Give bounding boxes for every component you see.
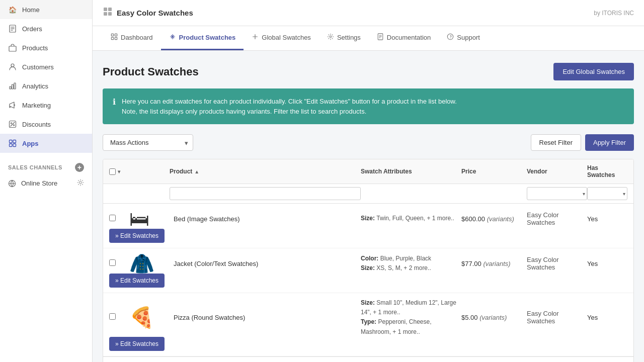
chevron-down-icon[interactable]: ▾ [118, 169, 120, 174]
edit-swatches-button[interactable]: » Edit Swatches [109, 274, 165, 288]
product-filter-input[interactable] [170, 187, 361, 200]
vendor-cell: Easy Color Swatches [527, 310, 587, 325]
tab-dashboard[interactable]: Dashboard [103, 26, 161, 50]
row-checkbox[interactable] [109, 215, 116, 221]
svg-point-32 [450, 38, 451, 39]
info-banner-text-2: Note, the list displays only products ha… [122, 107, 457, 117]
select-all-checkbox[interactable] [109, 168, 116, 175]
tab-support[interactable]: Support [439, 26, 488, 50]
sales-channels-header: Sales Channels + [0, 157, 92, 175]
sales-channels-label: Sales Channels [8, 164, 62, 170]
product-swatches-icon [169, 33, 176, 42]
sidebar-item-products[interactable]: Products [0, 38, 92, 57]
svg-rect-18 [104, 8, 107, 11]
settings-gear-icon[interactable] [77, 179, 84, 188]
vendor-col-header: Vendor [527, 168, 587, 175]
swatch-attributes: Size: Twin, Full, Queen, + 1 more.. [361, 214, 461, 223]
sidebar-item-label: Products [22, 44, 48, 52]
info-banner-text-1: Here you can edit swatches for each prod… [122, 97, 457, 107]
select-all-cell: ▾ [109, 168, 129, 175]
mass-actions-select[interactable]: Mass Actions [103, 134, 193, 151]
tab-global-swatches[interactable]: Global Swatches [244, 26, 319, 50]
sidebar-item-marketing[interactable]: Marketing [0, 96, 92, 115]
edit-swatches-button[interactable]: » Edit Swatches [109, 337, 165, 351]
price-cell: $5.00 (variants) [461, 314, 527, 321]
has-swatches-cell: Yes [587, 215, 627, 223]
documentation-icon [377, 33, 384, 42]
vendor-cell: Easy Color Swatches [527, 211, 587, 226]
online-store-item[interactable]: Online Store [0, 175, 92, 192]
product-name: Bed (Image Swatches) [170, 215, 361, 223]
sidebar-item-analytics[interactable]: Analytics [0, 76, 92, 96]
marketing-icon [8, 101, 17, 110]
dashboard-icon [111, 33, 118, 42]
svg-rect-14 [10, 144, 13, 147]
svg-rect-4 [9, 46, 16, 51]
mass-actions-dropdown[interactable]: Mass Actions ▾ [103, 134, 193, 151]
filter-bar: Mass Actions ▾ Reset Filter Apply Filter [103, 134, 634, 151]
info-icon: ℹ [113, 97, 116, 107]
tab-product-swatches[interactable]: Product Swatches [161, 26, 244, 50]
edit-swatches-button[interactable]: » Edit Swatches [109, 229, 165, 243]
table-filter-row: ▾ ▾ [103, 184, 633, 204]
svg-rect-22 [111, 34, 113, 36]
svg-point-5 [11, 64, 14, 67]
svg-point-10 [13, 125, 14, 126]
svg-point-17 [79, 182, 82, 184]
apply-filter-button[interactable]: Apply Filter [585, 134, 634, 151]
sidebar-item-discounts[interactable]: Discounts [0, 115, 92, 134]
row-checkbox[interactable] [109, 313, 116, 320]
row-checkbox[interactable] [109, 259, 116, 266]
sidebar-nav: 🏠 Home Orders Products Customers Anal [0, 0, 92, 153]
app-title: Easy Color Swatches [117, 9, 193, 17]
edit-global-swatches-button[interactable]: Edit Global Swatches [553, 63, 634, 80]
svg-point-26 [330, 36, 332, 38]
tab-documentation[interactable]: Documentation [369, 26, 439, 50]
svg-rect-15 [13, 144, 16, 147]
analytics-icon [8, 81, 17, 90]
global-swatches-icon [252, 33, 259, 42]
product-image: 🍕 [129, 307, 170, 327]
svg-rect-8 [14, 83, 16, 89]
svg-rect-24 [111, 37, 113, 39]
main-content: Easy Color Swatches by ITORIS INC Dashbo… [93, 0, 644, 362]
apps-icon [8, 139, 17, 148]
product-col-header[interactable]: Product ▲ [170, 168, 361, 175]
vendor-cell: Easy Color Swatches [527, 256, 587, 271]
tab-label: Settings [337, 34, 361, 41]
sidebar-item-label: Discounts [22, 121, 51, 128]
add-sales-channel-button[interactable]: + [75, 163, 84, 172]
product-image: 🛏 [129, 209, 170, 229]
has-swatches-cell: Yes [587, 260, 627, 267]
orders-icon [8, 24, 17, 33]
app-icon [103, 7, 113, 19]
table-header-row: ▾ Product ▲ Swatch Attributes Price Vend… [103, 159, 633, 184]
tab-settings[interactable]: Settings [319, 26, 369, 50]
sidebar-item-orders[interactable]: Orders [0, 19, 92, 38]
app-by: by ITORIS INC [594, 10, 634, 17]
table-row: 🧥 Jacket (Color/Text Swatches) Color: Bl… [103, 248, 633, 293]
has-swatches-filter-select[interactable] [587, 187, 627, 200]
tab-label: Support [457, 34, 480, 41]
sidebar: 🏠 Home Orders Products Customers Anal [0, 0, 93, 362]
sidebar-item-customers[interactable]: Customers [0, 57, 92, 76]
product-name: Jacket (Color/Text Swatches) [170, 260, 361, 267]
table-row: 🛏 Bed (Image Swatches) Size: Twin, Full,… [103, 204, 633, 248]
price-cell: $600.00 (variants) [461, 215, 527, 223]
swatch-attrs-col-header: Swatch Attributes [361, 168, 461, 175]
svg-rect-12 [10, 140, 13, 143]
price-cell: $77.00 (variants) [461, 260, 527, 267]
discounts-icon [8, 120, 17, 129]
info-banner: ℹ Here you can edit swatches for each pr… [103, 88, 634, 124]
customers-icon [8, 62, 17, 71]
svg-rect-23 [115, 34, 117, 36]
svg-rect-20 [104, 12, 107, 16]
home-icon: 🏠 [8, 5, 17, 14]
vendor-filter-select[interactable] [527, 187, 587, 200]
sidebar-item-apps[interactable]: Apps [0, 134, 92, 153]
tab-label: Documentation [387, 34, 431, 41]
svg-rect-7 [12, 84, 14, 89]
sidebar-item-home[interactable]: 🏠 Home [0, 0, 92, 19]
reset-filter-button[interactable]: Reset Filter [531, 134, 581, 151]
sidebar-item-label: Apps [22, 140, 39, 147]
